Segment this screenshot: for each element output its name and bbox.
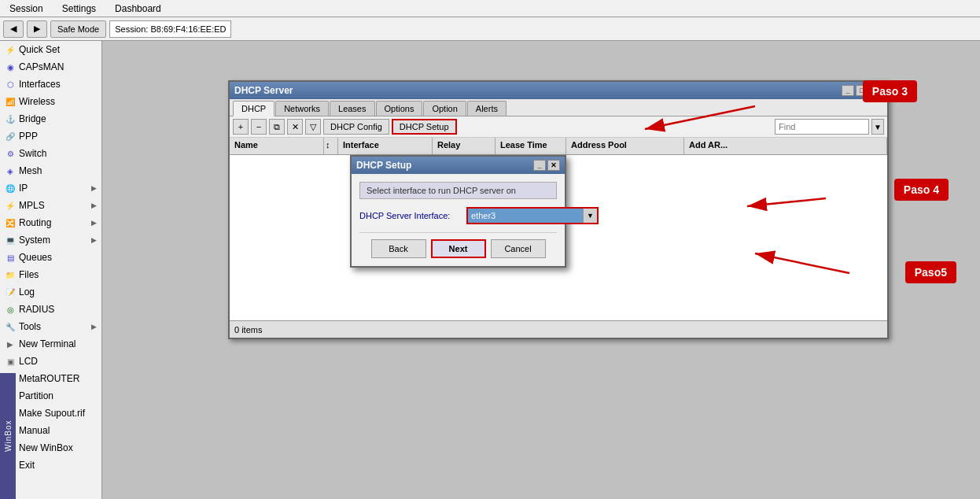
sidebar-item-label: New Terminal: [19, 338, 76, 349]
sidebar-item-label: Log: [19, 286, 35, 298]
sidebar-item-queues[interactable]: ▤ Queues: [0, 249, 101, 266]
col-address-pool: Address Pool: [566, 138, 684, 154]
tab-option-sets[interactable]: Option: [423, 101, 466, 116]
sidebar-item-quick-set[interactable]: ⚡ Quick Set: [0, 41, 101, 58]
find-dropdown-button[interactable]: ▼: [871, 119, 884, 135]
sidebar-item-mesh[interactable]: ◈ Mesh: [0, 162, 101, 179]
tab-networks[interactable]: Networks: [275, 101, 329, 116]
log-icon: 📝: [5, 286, 16, 298]
sidebar-item-mpls[interactable]: ⚡ MPLS ▶: [0, 197, 101, 214]
sidebar-item-interfaces[interactable]: ⬡ Interfaces: [0, 76, 101, 93]
tab-leases[interactable]: Leases: [330, 101, 374, 116]
delete-button[interactable]: ✕: [287, 119, 303, 135]
interface-input[interactable]: [468, 209, 583, 223]
tools-icon: 🔧: [5, 321, 16, 332]
main-layout: ⚡ Quick Set ◉ CAPsMAN ⬡ Interfaces 📶 Wir…: [0, 41, 980, 499]
tab-alerts[interactable]: Alerts: [467, 101, 507, 116]
annotation-paso4: Paso 4: [894, 179, 949, 201]
sidebar-item-label: Exit: [19, 460, 35, 471]
dhcp-server-title: DHCP Server: [234, 85, 293, 96]
sidebar-item-log[interactable]: 📝 Log: [0, 283, 101, 301]
table-header: Name ↕ Interface Relay Lease Time Addres…: [230, 138, 887, 155]
dialog-buttons: Back Next Cancel: [359, 232, 557, 258]
sidebar-item-routing[interactable]: 🔀 Routing ▶: [0, 214, 101, 231]
winbox-label: WinBox: [0, 373, 16, 499]
switch-icon: ⚙: [5, 148, 16, 159]
dialog-field-interface: DHCP Server Interface: ▼: [359, 207, 557, 224]
window-inner-toolbar: + − ⧉ ✕ ▽ DHCP Config DHCP Setup ▼: [230, 116, 887, 138]
add-button[interactable]: +: [233, 119, 249, 135]
sidebar-item-new-terminal[interactable]: ▶ New Terminal: [0, 335, 101, 353]
items-count: 0 items: [234, 325, 262, 335]
cancel-button[interactable]: Cancel: [491, 239, 546, 258]
mpls-arrow-icon: ▶: [91, 201, 97, 209]
sidebar-item-label: IP: [19, 183, 28, 194]
content-area: DHCP Server _ □ ✕ DHCP Networks Leases O…: [102, 41, 980, 499]
system-icon: 💻: [5, 235, 16, 246]
window-tabs: DHCP Networks Leases Options Option Aler…: [230, 99, 887, 116]
back-button[interactable]: ◀: [3, 20, 24, 38]
sidebar-item-label: Mesh: [19, 165, 42, 176]
routing-arrow-icon: ▶: [91, 219, 97, 227]
quick-set-icon: ⚡: [5, 44, 16, 55]
sidebar-item-capsman[interactable]: ◉ CAPsMAN: [0, 58, 101, 76]
sidebar-item-ip[interactable]: 🌐 IP ▶: [0, 179, 101, 197]
sidebar-item-label: System: [19, 235, 50, 246]
dhcp-setup-dialog: DHCP Setup _ ✕ Select interface to run D…: [350, 155, 566, 268]
col-sort-indicator: ↕: [324, 138, 338, 154]
copy-button[interactable]: ⧉: [269, 119, 285, 135]
menu-session[interactable]: Session: [6, 2, 46, 16]
sidebar-item-wireless[interactable]: 📶 Wireless: [0, 93, 101, 110]
dhcp-setup-button[interactable]: DHCP Setup: [392, 119, 457, 135]
annotation-paso5: Paso5: [905, 261, 956, 283]
sidebar-item-ppp[interactable]: 🔗 PPP: [0, 128, 101, 145]
sidebar-item-label: Make Supout.rif: [19, 408, 85, 419]
minimize-button[interactable]: _: [842, 85, 854, 96]
dialog-close-button[interactable]: ✕: [547, 160, 560, 171]
interface-dropdown-arrow[interactable]: ▼: [583, 209, 597, 223]
routing-icon: 🔀: [5, 217, 16, 228]
next-button[interactable]: Next: [431, 239, 486, 258]
safe-mode-button[interactable]: Safe Mode: [50, 20, 106, 38]
interface-dropdown[interactable]: ▼: [466, 207, 599, 224]
queues-icon: ▤: [5, 252, 16, 263]
session-label: Session: B8:69:F4:16:EE:ED: [109, 20, 231, 38]
sidebar-item-tools[interactable]: 🔧 Tools ▶: [0, 318, 101, 335]
sidebar-item-switch[interactable]: ⚙ Switch: [0, 145, 101, 162]
sidebar-item-label: RADIUS: [19, 304, 54, 315]
back-button[interactable]: Back: [371, 239, 426, 258]
annotation-paso3: Paso 3: [863, 80, 917, 102]
menu-settings[interactable]: Settings: [59, 2, 99, 16]
terminal-icon: ▶: [5, 338, 16, 349]
find-input[interactable]: [775, 119, 869, 135]
sidebar-item-lcd[interactable]: ▣ LCD: [0, 353, 101, 370]
sidebar-item-label: MetaROUTER: [19, 373, 79, 384]
filter-button[interactable]: ▽: [305, 119, 321, 135]
sidebar-item-files[interactable]: 📁 Files: [0, 266, 101, 283]
sidebar-item-label: Manual: [19, 425, 50, 436]
remove-button[interactable]: −: [251, 119, 267, 135]
tab-options[interactable]: Options: [376, 101, 423, 116]
sidebar-item-bridge[interactable]: ⚓ Bridge: [0, 110, 101, 128]
toolbar: ◀ ▶ Safe Mode Session: B8:69:F4:16:EE:ED: [0, 17, 980, 41]
mesh-icon: ◈: [5, 165, 16, 176]
tab-dhcp[interactable]: DHCP: [233, 101, 274, 116]
col-name: Name: [230, 138, 324, 154]
sidebar-item-label: LCD: [19, 356, 38, 367]
sidebar-item-label: Routing: [19, 217, 51, 228]
sidebar-item-label: Queues: [19, 252, 52, 263]
tools-arrow-icon: ▶: [91, 323, 97, 331]
sidebar-item-system[interactable]: 💻 System ▶: [0, 231, 101, 249]
sidebar-item-label: Wireless: [19, 96, 55, 107]
menu-dashboard[interactable]: Dashboard: [112, 2, 164, 16]
dhcp-config-button[interactable]: DHCP Config: [323, 119, 389, 135]
dialog-content: Select interface to run DHCP server on D…: [352, 174, 565, 266]
forward-button[interactable]: ▶: [27, 20, 47, 38]
dialog-minimize-button[interactable]: _: [533, 160, 546, 171]
sidebar-item-radius[interactable]: ◎ RADIUS: [0, 301, 101, 318]
status-bar: 0 items: [230, 320, 887, 338]
sidebar-item-label: Quick Set: [19, 44, 60, 55]
sidebar-item-label: Interfaces: [19, 79, 61, 90]
sidebar-item-label: PPP: [19, 131, 38, 142]
dhcp-setup-title: DHCP Setup: [356, 160, 411, 171]
